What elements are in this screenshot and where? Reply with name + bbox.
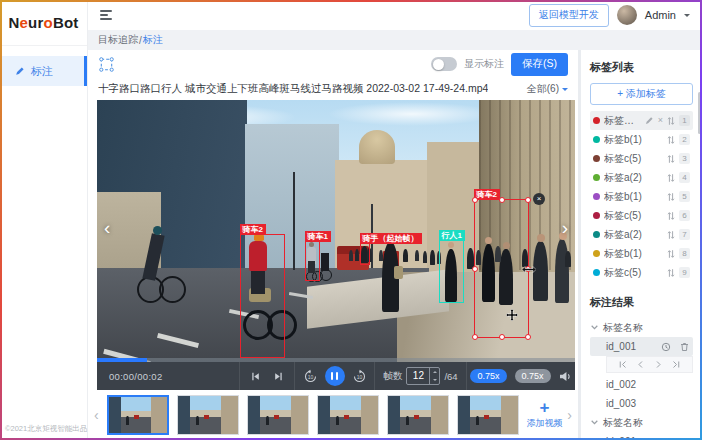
avatar[interactable] <box>617 5 637 25</box>
first-frame-button[interactable] <box>618 360 627 369</box>
add-label-button[interactable]: + 添加标签 <box>590 83 693 105</box>
scene-element <box>423 251 427 263</box>
filter-dropdown[interactable]: 全部(6) <box>527 82 568 96</box>
scene-element <box>379 250 383 261</box>
frame-pager <box>606 356 693 373</box>
frame-number-stepper[interactable]: 12 <box>406 367 440 385</box>
result-item-id: id_001 <box>606 436 693 440</box>
sort-label-icon[interactable] <box>667 249 675 259</box>
next-frame-button[interactable] <box>273 371 284 382</box>
trash-icon[interactable] <box>680 342 689 352</box>
result-item[interactable]: id_001 <box>590 432 693 440</box>
speed-pill-active[interactable]: 0.75x <box>470 369 506 383</box>
resize-handle[interactable] <box>525 334 531 340</box>
sort-label-icon[interactable] <box>667 135 675 145</box>
prev-video-chevron[interactable]: ‹ <box>104 216 110 240</box>
add-video-button[interactable]: + 添加视频 <box>525 393 565 437</box>
video-thumbnail[interactable] <box>247 395 309 435</box>
sort-label-icon[interactable] <box>667 268 675 278</box>
show-annotation-toggle[interactable] <box>431 57 457 71</box>
label-row[interactable]: 标签b(1)2 <box>590 130 693 149</box>
edit-label-icon[interactable] <box>645 116 654 125</box>
forward-10-button[interactable]: 10 <box>352 369 367 384</box>
annotation-box[interactable]: 行人1 <box>439 240 464 303</box>
resize-handle[interactable] <box>472 197 478 203</box>
video-thumbnail[interactable] <box>387 395 449 435</box>
label-row[interactable]: 标签名字最长数...×1 <box>590 111 693 130</box>
chevron-down-icon <box>684 14 690 20</box>
volume-icon[interactable] <box>559 371 572 382</box>
label-row[interactable]: 标签c(5)3 <box>590 149 693 168</box>
label-row[interactable]: 标签a(2)4 <box>590 168 693 187</box>
result-item[interactable]: id_003 <box>590 394 693 413</box>
label-color-dot <box>593 231 600 238</box>
frame-up-button[interactable] <box>430 368 439 376</box>
sort-label-icon[interactable] <box>667 192 675 202</box>
back-to-model-dev-button[interactable]: 返回模型开发 <box>529 4 609 27</box>
sort-label-icon[interactable] <box>667 154 675 164</box>
rect-select-tool-icon[interactable] <box>98 56 115 73</box>
scrollbar-thumb[interactable] <box>698 92 701 134</box>
menu-collapse-icon[interactable] <box>100 10 112 20</box>
video-player[interactable]: 骑车2骑车1骑手（起始帧）行人1骑车2× ‹ › <box>97 100 575 362</box>
scene-element <box>394 266 403 279</box>
filmstrip-right-chevron[interactable]: › <box>564 407 575 423</box>
history-icon[interactable] <box>661 342 671 352</box>
next-video-chevron[interactable]: › <box>562 216 568 240</box>
last-frame-button[interactable] <box>672 360 681 369</box>
label-color-dot <box>593 117 600 124</box>
result-group-header[interactable]: 标签名称 <box>590 318 693 337</box>
breadcrumb-parent[interactable]: 目标追踪 <box>98 33 138 47</box>
resize-handle[interactable] <box>472 334 478 340</box>
save-button[interactable]: 保存(S) <box>511 53 568 76</box>
frame-down-button[interactable] <box>430 376 439 384</box>
video-thumbnail[interactable] <box>177 395 239 435</box>
label-name: 标签a(2) <box>604 171 663 185</box>
annotation-box[interactable]: 骑车2 <box>240 234 285 358</box>
filmstrip-left-chevron[interactable]: ‹ <box>91 407 102 423</box>
copyright-text: ©2021北京矩视智能出品 <box>5 424 87 434</box>
video-thumbnail[interactable] <box>317 395 379 435</box>
label-shortcut-key: 6 <box>679 210 690 221</box>
sort-label-icon[interactable] <box>667 116 675 126</box>
video-progress-bar[interactable] <box>97 358 575 362</box>
resize-handle[interactable] <box>472 266 478 272</box>
frame-number-input[interactable]: 12 <box>407 368 429 384</box>
speed-pill-secondary[interactable]: 0.75x <box>515 369 551 383</box>
result-item[interactable]: id_002 <box>590 375 693 394</box>
label-row[interactable]: 标签c(5)9 <box>590 263 693 282</box>
resize-handle[interactable] <box>499 334 505 340</box>
scene-element <box>415 250 419 261</box>
result-item[interactable]: id_001 <box>590 337 693 356</box>
label-row[interactable]: 标签a(2)7 <box>590 225 693 244</box>
label-color-dot <box>593 250 600 257</box>
scene-element <box>327 102 497 126</box>
result-group-header[interactable]: 标签名称 <box>590 413 693 432</box>
video-thumbnail[interactable] <box>457 395 519 435</box>
delete-label-icon[interactable]: × <box>658 116 663 125</box>
result-group-name: 标签名称 <box>603 416 643 430</box>
label-row[interactable]: 标签c(5)6 <box>590 206 693 225</box>
resize-handle[interactable] <box>499 197 505 203</box>
sort-label-icon[interactable] <box>667 230 675 240</box>
annotation-box[interactable]: 骑车1 <box>305 241 320 281</box>
scene-element <box>565 251 571 267</box>
annotation-box[interactable]: 骑车2× <box>474 199 529 338</box>
sidebar-item-annotation[interactable]: 标注 <box>0 56 87 86</box>
next-frame-button[interactable] <box>654 360 663 369</box>
rewind-10-button[interactable]: 10 <box>303 369 318 384</box>
sort-label-icon[interactable] <box>667 173 675 183</box>
sort-label-icon[interactable] <box>667 211 675 221</box>
pause-button[interactable] <box>325 366 345 386</box>
resize-handle[interactable] <box>525 197 531 203</box>
thumbnail-image <box>388 396 448 434</box>
label-row[interactable]: 标签b(1)5 <box>590 187 693 206</box>
prev-frame-button[interactable] <box>636 360 645 369</box>
annotation-box[interactable]: 骑手（起始帧） <box>360 243 370 265</box>
logo-segment: ur <box>28 14 43 31</box>
prev-frame-button[interactable] <box>250 371 261 382</box>
delete-box-button[interactable]: × <box>533 193 545 205</box>
video-thumbnail[interactable] <box>107 395 169 435</box>
user-name[interactable]: Admin <box>645 9 676 21</box>
label-row[interactable]: 标签b(1)8 <box>590 244 693 263</box>
